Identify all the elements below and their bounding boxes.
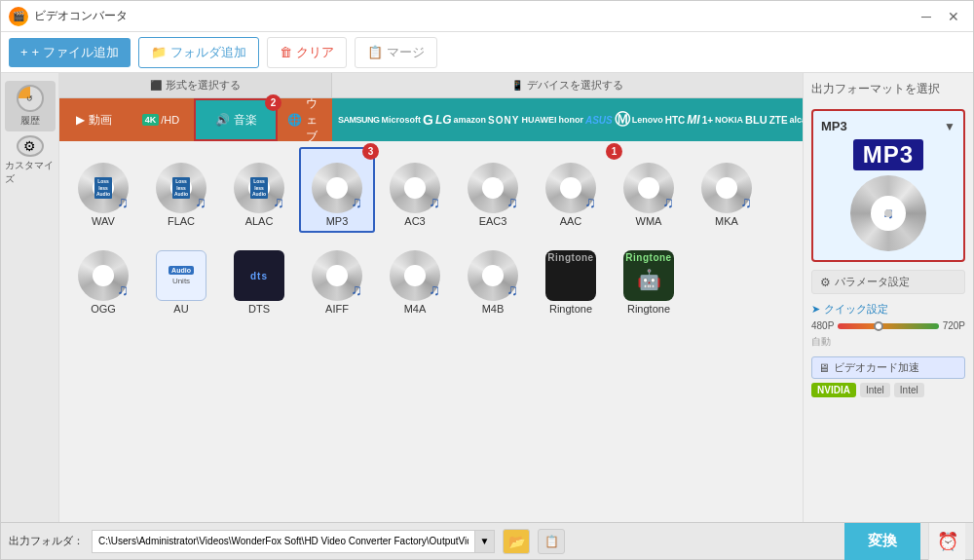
trash-icon: 🗑 <box>280 45 292 59</box>
gpu-icon: 🖥 <box>818 361 830 375</box>
right-panel: 出力フォーマットを選択 MP3 ▼ MP3 ♫ <box>803 73 973 522</box>
intel-button-1[interactable]: Intel <box>860 383 890 397</box>
brand-zte[interactable]: ZTE <box>769 102 788 137</box>
format-mka[interactable]: ♫ MKA <box>689 147 765 233</box>
lightning-icon: ➤ <box>811 303 820 316</box>
music-icon: 🔊 <box>215 113 230 127</box>
intel-button-2[interactable]: Intel <box>894 383 924 397</box>
convert-button[interactable]: 変換 <box>844 523 920 560</box>
output-label: 出力フォルダ： <box>9 534 84 548</box>
brand-alcatel[interactable]: alcatel <box>790 102 803 137</box>
format-wav[interactable]: LosslessAudio ♫ WAV <box>65 147 141 233</box>
brand-lenovo[interactable]: Lenovo <box>632 102 663 137</box>
format-flac[interactable]: LosslessAudio ♫ FLAC <box>143 147 219 233</box>
format-dts[interactable]: dts DTS <box>221 235 297 320</box>
badge-2: 2 <box>265 94 281 111</box>
nvidia-button[interactable]: NVIDIA <box>811 383 856 397</box>
output-path-display: C:\Users\Administrator\Videos\WonderFox … <box>92 530 475 553</box>
brand-row: SAMSUNG Microsoft G LG amazon SONY HUAWE… <box>332 98 803 141</box>
right-panel-title: 出力フォーマットを選択 <box>811 81 965 97</box>
format-tab-header[interactable]: ⬛ 形式を選択する <box>59 73 332 98</box>
format-ringtone-android[interactable]: Ringtone 🤖 Ringtone <box>611 235 687 320</box>
auto-label: 自動 <box>811 335 965 349</box>
brand-asus[interactable]: ASUS <box>585 102 613 137</box>
quality-slider[interactable] <box>838 323 938 329</box>
brand-sony[interactable]: SONY <box>488 102 519 137</box>
format-alac[interactable]: LosslessAudio ♫ ALAC <box>221 147 297 233</box>
customize-label: カスタマイズ <box>5 159 56 186</box>
format-ringtone-apple[interactable]: Ringtone Ringtone <box>533 235 609 320</box>
quality-thumb <box>874 321 883 331</box>
badge-3: 3 <box>362 143 379 160</box>
add-folder-button[interactable]: 📁 フォルダ追加 <box>138 37 259 68</box>
brand-samsung[interactable]: SAMSUNG <box>338 102 380 137</box>
sidebar-item-history[interactable]: ↺ 履歴 <box>5 81 56 131</box>
history-icon: ↺ <box>17 85 44 112</box>
clip-icon: 📋 <box>544 535 559 548</box>
category-hd-button[interactable]: 4K /HD <box>128 98 194 141</box>
sidebar-item-customize[interactable]: ⚙ カスタマイズ <box>5 135 56 186</box>
plus-icon: + <box>20 45 28 59</box>
brand-amazon[interactable]: amazon <box>454 102 487 137</box>
format-eac3[interactable]: ♫ EAC3 <box>455 147 531 233</box>
alarm-icon: ⏰ <box>937 531 958 552</box>
app-icon: 🎬 <box>9 7 28 26</box>
brand-lg[interactable]: LG <box>435 102 452 137</box>
clip-button[interactable]: 📋 <box>538 529 565 554</box>
merge-button[interactable]: 📋 マージ <box>355 37 437 68</box>
category-web-button[interactable]: 🌐 ウェブ <box>278 98 332 141</box>
window-title: ビデオコンバータ <box>34 8 915 24</box>
quick-settings: ➤ クイック設定 480P 720P 自動 <box>811 302 965 349</box>
add-file-button[interactable]: + + ファイル追加 <box>9 38 131 67</box>
format-categories: ▶ 動画 4K /HD 🔊 音楽 2 🌐 ウェ <box>59 98 332 141</box>
gpu-acceleration-button[interactable]: 🖥 ビデオカード加速 <box>811 356 965 379</box>
selected-format-name: MP3 <box>821 119 847 133</box>
format-ogg[interactable]: ♫ OGG <box>65 235 141 320</box>
format-m4a[interactable]: ♫ M4A <box>377 235 453 320</box>
sidebar: ↺ 履歴 ⚙ カスタマイズ <box>1 73 59 522</box>
minimize-button[interactable]: ─ <box>915 5 938 28</box>
brand-mi[interactable]: MI <box>687 102 699 137</box>
brand-huawei[interactable]: HUAWEI <box>521 102 556 137</box>
format-au[interactable]: Audio Units AU <box>143 235 219 320</box>
category-video-button[interactable]: ▶ 動画 <box>59 98 128 141</box>
brand-oneplus[interactable]: 1+ <box>702 102 713 137</box>
web-icon: 🌐 <box>287 113 302 127</box>
format-wma[interactable]: ♫ WMA <box>611 147 687 233</box>
format-aiff[interactable]: ♫ AIFF <box>299 235 375 320</box>
video-icon: ▶ <box>76 113 85 127</box>
mp3-preview-icon: MP3 ♫ <box>849 139 927 252</box>
format-ac3[interactable]: ♫ AC3 <box>377 147 453 233</box>
folder-icon: 📁 <box>151 45 167 59</box>
brand-moto[interactable]: Ⓜ <box>615 102 630 137</box>
format-dropdown-arrow[interactable]: ▼ <box>944 120 955 133</box>
badge-1: 1 <box>606 143 622 160</box>
params-button[interactable]: ⚙ パラメータ設定 <box>811 270 965 294</box>
format-mp3[interactable]: 3 ♫ MP3 <box>299 147 375 233</box>
gear-icon: ⚙ <box>17 135 44 157</box>
clear-button[interactable]: 🗑 クリア <box>267 37 347 68</box>
device-tab-icon: 📱 <box>511 80 523 91</box>
format-tab-icon: ⬛ <box>150 80 162 91</box>
merge-icon: 📋 <box>367 45 383 59</box>
format-preview: MP3 ▼ MP3 ♫ <box>811 109 965 262</box>
format-grid: 1 LosslessAudio ♫ WAV <box>59 141 803 522</box>
brand-google[interactable]: G <box>423 102 433 137</box>
output-dropdown-button[interactable]: ▼ <box>475 530 495 553</box>
brand-nokia[interactable]: NOKIA <box>715 102 743 137</box>
brand-blu[interactable]: BLU <box>745 102 768 137</box>
close-button[interactable]: ✕ <box>942 5 965 28</box>
device-tab-header[interactable]: 📱 デバイスを選択する <box>332 73 803 98</box>
folder-open-icon: 📂 <box>508 534 525 549</box>
brand-microsoft[interactable]: Microsoft <box>382 102 422 137</box>
format-m4b[interactable]: ♫ M4B <box>455 235 531 320</box>
category-music-button[interactable]: 🔊 音楽 2 <box>194 98 278 141</box>
browse-folder-button[interactable]: 📂 <box>503 529 530 554</box>
brand-honor[interactable]: honor <box>558 102 583 137</box>
output-path-combo: C:\Users\Administrator\Videos\WonderFox … <box>92 530 495 553</box>
format-aac[interactable]: ♫ AAC <box>533 147 609 233</box>
history-label: 履歴 <box>20 114 40 128</box>
params-icon: ⚙ <box>820 276 831 289</box>
alarm-button[interactable]: ⏰ <box>928 523 965 560</box>
brand-htc[interactable]: HTC <box>665 102 686 137</box>
